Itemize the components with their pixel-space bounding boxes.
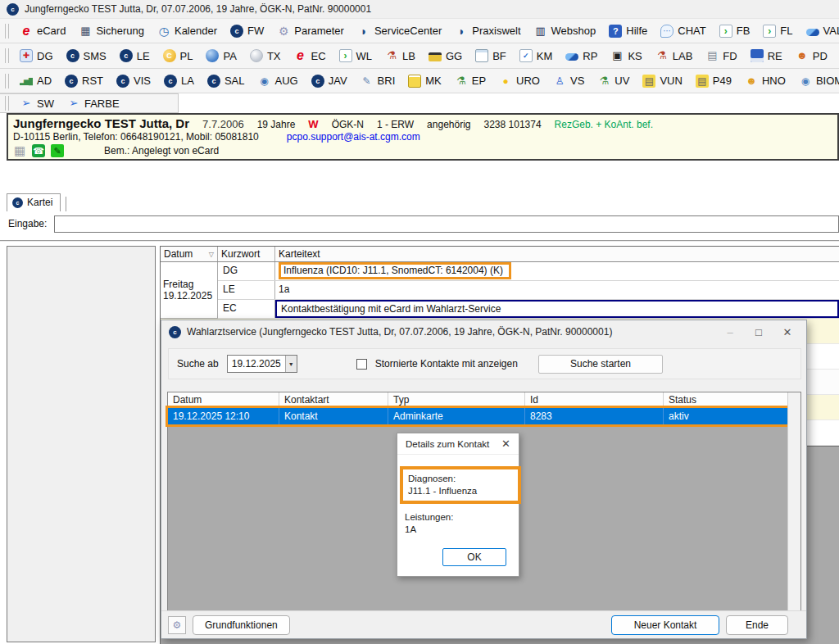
toolbar-button[interactable]: c RST [58, 72, 110, 90]
close-icon[interactable]: ✕ [776, 326, 799, 338]
table-row[interactable]: LE 1a [218, 281, 839, 300]
toolbar-button[interactable]: ▤ FD [699, 47, 743, 65]
toolbar-button-label: RE [768, 50, 782, 62]
chevron-down-icon[interactable]: ▼ [285, 356, 297, 372]
toolbar-button[interactable]: ➢ FARBE [61, 94, 126, 112]
kartei-left-panel[interactable] [7, 246, 156, 642]
window-icon [475, 49, 488, 62]
toolbar-button[interactable]: ◗ Praxiswelt [448, 22, 527, 40]
toolbar-button[interactable]: ▂▅▇ AD [13, 72, 58, 90]
toolbar-button[interactable]: VAL [800, 22, 839, 39]
tab-kartei[interactable]: c Kartei [7, 193, 61, 211]
phone-icon[interactable]: ☎ [32, 144, 45, 157]
toolbar-button[interactable]: c VIS [110, 72, 157, 90]
printer-icon: ▤ [705, 49, 719, 62]
toolbar-button[interactable]: ✚ DG [13, 47, 60, 65]
toolbar-button[interactable]: BF [469, 47, 513, 65]
toolbar-button[interactable]: ▤ P49 [689, 72, 738, 90]
patient-email-link[interactable]: pcpo.support@ais-at.cgm.com [287, 131, 420, 143]
toolbar-button[interactable]: c FW [224, 22, 270, 40]
toolbar-button[interactable]: ⚗ EP [448, 72, 492, 90]
toolbar-button[interactable]: › FL [756, 22, 799, 40]
toolbar-button[interactable]: ◗ ServiceCenter [351, 22, 448, 40]
column-header[interactable]: Kontaktart [279, 392, 388, 407]
suche-starten-button[interactable]: Suche starten [538, 355, 663, 374]
close-icon[interactable]: ✕ [501, 438, 510, 450]
kartei-col-karteitext[interactable]: Karteitext [275, 247, 839, 261]
stornierte-checkbox[interactable] [356, 359, 367, 370]
toolbar-button[interactable]: ☻☻ FZ [834, 47, 839, 65]
toolbar-button[interactable]: ▦ Sicherung [72, 22, 151, 40]
toolbar-button[interactable]: GG [422, 48, 469, 65]
toolbar-button[interactable]: PA [199, 47, 243, 65]
toolbar-button[interactable]: ☻ HNO [738, 72, 792, 90]
toolbar-button[interactable]: ● URO [492, 72, 546, 90]
diagnosis-entry-highlighted[interactable]: Influenza (ICD10: J11.1, SnomedCT: 61420… [279, 262, 511, 279]
toolbar-button[interactable]: e EC [288, 47, 333, 65]
toolbar-button[interactable]: c LA [157, 72, 201, 90]
kontakt-row-selected[interactable]: 19.12.2025 12:10 Kontakt Adminkarte 8283… [168, 408, 787, 424]
toolbar-button[interactable]: ✎ BRI [354, 72, 402, 90]
kartei-date-group: Freitag 19.12.2025 DG Influenza (ICD10: … [161, 262, 839, 319]
neuer-kontakt-button[interactable]: Neuer Kontakt [611, 615, 719, 635]
toolbar-button-label: KS [628, 50, 642, 62]
toolbar-button[interactable]: e eCard [13, 22, 72, 40]
toolbar-button[interactable]: c SMS [60, 47, 113, 65]
toolbar-button[interactable]: RP [559, 48, 604, 65]
toolbar-button-label: UV [615, 75, 629, 87]
grundfunktionen-button[interactable]: Grundfunktionen [193, 615, 290, 635]
patient-gender: W [308, 118, 318, 130]
vertical-scrollbar[interactable] [787, 392, 800, 610]
column-header[interactable]: Status [664, 392, 787, 407]
ende-button[interactable]: Ende [726, 615, 788, 635]
minimize-icon[interactable]: – [719, 326, 741, 338]
toolbar-button[interactable]: c JAV [305, 72, 354, 90]
selected-entry-cell[interactable]: Kontaktbestätigung mit eCard im Wahlarzt… [275, 300, 839, 318]
settings-gear-button[interactable]: ⚙ [168, 616, 186, 634]
toolbar-button-label: SAL [224, 75, 245, 87]
toolbar-button[interactable]: RE [744, 47, 789, 65]
toolbar-button[interactable]: ▣ KS [604, 47, 648, 65]
toolbar-button[interactable]: c LE [113, 47, 156, 65]
toolbar-button[interactable]: ⚗ UV [591, 72, 636, 90]
toolbar-button[interactable]: ◉ AUG [252, 72, 305, 90]
toolbar-button[interactable]: › FB [713, 22, 757, 40]
toolbar-button-label: ServiceCenter [374, 25, 442, 37]
toolbar-button[interactable]: MK [401, 72, 448, 90]
toolbar-button[interactable]: › WL [333, 47, 379, 65]
column-header[interactable]: Datum [168, 392, 279, 407]
column-header[interactable]: Id [525, 392, 664, 407]
toolbar-button[interactable]: ⋯ CHAT [654, 22, 712, 40]
toolbar-button[interactable]: ⚗ LAB [649, 47, 700, 65]
services-block: Leistungen: 1A [405, 511, 511, 536]
shopping-cart-icon: ▥ [534, 25, 547, 38]
maximize-icon[interactable]: □ [747, 326, 770, 338]
date-dropdown[interactable]: 19.12.2025 ▼ [227, 355, 297, 373]
eingabe-input[interactable] [54, 215, 839, 233]
toolbar-button[interactable]: ♙ VS [546, 72, 591, 90]
toolbar-button[interactable]: ✓ KM [513, 47, 560, 65]
toolbar-button[interactable]: ⚗ LB [379, 47, 422, 65]
toolbar-button[interactable]: ➢ SW [13, 94, 61, 112]
column-header[interactable]: Typ [388, 392, 525, 407]
kartei-col-kurzwort[interactable]: Kurzwort [218, 247, 275, 261]
toolbar-button[interactable]: ◷ Kalender [151, 22, 224, 40]
toolbar-button[interactable]: C PL [156, 47, 200, 65]
toolbar-grip [5, 96, 9, 111]
toolbar-button[interactable]: ⚙ Parameter [270, 22, 351, 40]
toolbar-button[interactable]: ◉ BIOME [792, 72, 839, 90]
calendar-grid-icon[interactable]: ▦ [13, 144, 26, 157]
toolbar-button-label: LB [402, 50, 415, 62]
toolbar-button[interactable]: c SAL [201, 72, 252, 90]
toolbar-button[interactable]: ▥ Webshop [528, 22, 603, 40]
stornierte-checkbox-label[interactable]: Stornierte Kontakte mit anzeigen [375, 358, 518, 370]
kartei-col-datum[interactable]: Datum ▽ [161, 247, 218, 261]
toolbar-button[interactable]: ▤ VUN [636, 72, 688, 90]
ok-button[interactable]: OK [442, 548, 506, 566]
toolbar-button[interactable]: TX [243, 47, 288, 65]
toolbar-button[interactable]: ? Hilfe [602, 22, 654, 40]
table-row[interactable]: DG Influenza (ICD10: J11.1, SnomedCT: 61… [218, 262, 839, 281]
signature-icon[interactable]: ✎ [51, 144, 64, 157]
toolbar-button[interactable]: ☻ PD [789, 47, 834, 65]
table-row[interactable]: EC Kontaktbestätigung mit eCard im Wahla… [218, 300, 839, 319]
